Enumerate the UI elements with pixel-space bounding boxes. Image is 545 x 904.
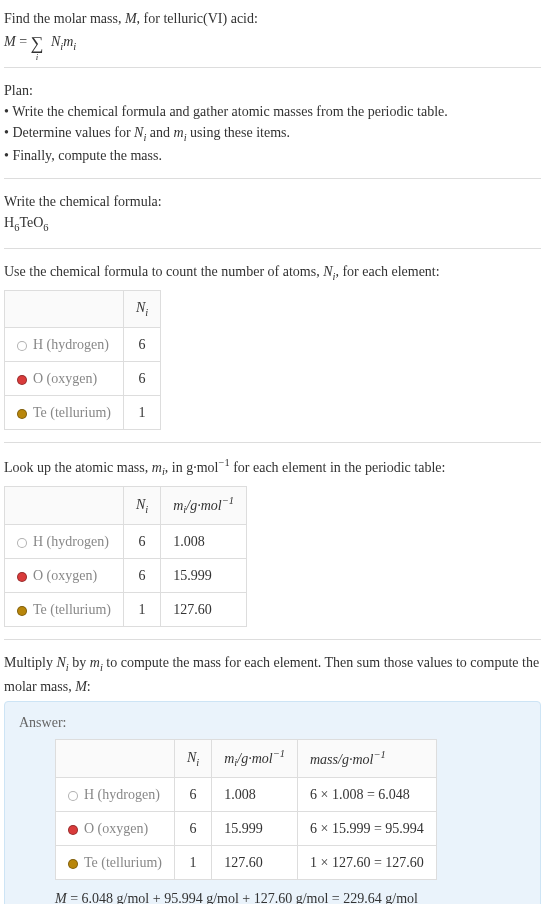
count-cell: 6 bbox=[123, 559, 160, 593]
header-mass-exp: −1 bbox=[373, 749, 385, 760]
lookup-intro-mid: , in g·mol bbox=[165, 459, 219, 474]
table-row: O (oxygen) 6 bbox=[5, 361, 161, 395]
computed-mass-cell: 1 × 127.60 = 127.60 bbox=[297, 845, 436, 879]
element-cell: Te (tellurium) bbox=[56, 845, 175, 879]
answer-box: Answer: Ni mi/g·mol−1 mass/g·mol−1 H (hy… bbox=[4, 701, 541, 904]
equation-molar-mass: M = ∑i Nimi bbox=[4, 31, 541, 55]
divider bbox=[4, 442, 541, 443]
divider bbox=[4, 67, 541, 68]
compute-mid: by bbox=[69, 655, 90, 670]
sigma-index: i bbox=[36, 53, 39, 62]
count-N: N bbox=[323, 264, 332, 279]
lookup-m: m bbox=[152, 459, 162, 474]
table-header-empty bbox=[5, 291, 124, 328]
element-cell: O (oxygen) bbox=[5, 361, 124, 395]
element-cell: Te (tellurium) bbox=[5, 395, 124, 429]
chemical-formula-value: H6TeO6 bbox=[4, 212, 541, 236]
formula-O-count: 6 bbox=[43, 222, 48, 233]
count-cell: 1 bbox=[174, 845, 211, 879]
term-m-sub: i bbox=[73, 41, 76, 52]
element-cell: H (hydrogen) bbox=[5, 327, 124, 361]
plan-item-1: • Write the chemical formula and gather … bbox=[4, 101, 541, 122]
element-label: O (oxygen) bbox=[84, 821, 148, 836]
plan-item-2-post: using these items. bbox=[187, 125, 290, 140]
compute-pre: Multiply bbox=[4, 655, 57, 670]
header-N-sub: i bbox=[145, 504, 148, 515]
table-row: Te (tellurium) 1 127.60 bbox=[5, 593, 247, 627]
table-header-row: Ni mi/g·mol−1 bbox=[5, 486, 247, 524]
lookup-mass-section: Look up the atomic mass, mi, in g·mol−1 … bbox=[4, 455, 541, 627]
answer-content: Ni mi/g·mol−1 mass/g·mol−1 H (hydrogen) … bbox=[55, 739, 526, 904]
table-row: Te (tellurium) 1 127.60 1 × 127.60 = 127… bbox=[56, 845, 437, 879]
table-header-mass: mass/g·mol−1 bbox=[297, 739, 436, 777]
mass-cell: 1.008 bbox=[212, 777, 298, 811]
tellurium-dot-icon bbox=[68, 859, 78, 869]
divider bbox=[4, 639, 541, 640]
question-text-post: , for telluric(VI) acid: bbox=[137, 11, 258, 26]
header-mass: mass/g·mol bbox=[310, 752, 373, 767]
summation-symbol: ∑i bbox=[31, 34, 44, 52]
plan-item-2-mid: and bbox=[146, 125, 173, 140]
element-cell: O (oxygen) bbox=[56, 811, 175, 845]
element-label: H (hydrogen) bbox=[84, 787, 160, 802]
table-row: H (hydrogen) 6 1.008 6 × 1.008 = 6.048 bbox=[56, 777, 437, 811]
mass-cell: 127.60 bbox=[212, 845, 298, 879]
answer-label: Answer: bbox=[19, 712, 526, 733]
plan-title: Plan: bbox=[4, 80, 541, 101]
header-N-sub: i bbox=[196, 756, 199, 767]
count-cell: 6 bbox=[123, 361, 160, 395]
compute-section: Multiply Ni by mi to compute the mass fo… bbox=[4, 652, 541, 904]
header-N: N bbox=[136, 300, 145, 315]
header-m: m bbox=[173, 498, 183, 513]
divider bbox=[4, 178, 541, 179]
formula-Te: Te bbox=[19, 215, 33, 230]
count-cell: 1 bbox=[123, 395, 160, 429]
equation-equals: = bbox=[16, 34, 31, 49]
chemical-formula-title: Write the chemical formula: bbox=[4, 191, 541, 212]
formula-O: O bbox=[33, 215, 43, 230]
count-atoms-section: Use the chemical formula to count the nu… bbox=[4, 261, 541, 430]
plan-item-2: • Determine values for Ni and mi using t… bbox=[4, 122, 541, 146]
tellurium-dot-icon bbox=[17, 606, 27, 616]
count-cell: 6 bbox=[174, 811, 211, 845]
term-m: m bbox=[63, 34, 73, 49]
lookup-intro: Look up the atomic mass, mi, in g·mol−1 … bbox=[4, 455, 541, 480]
table-header-m: mi/g·mol−1 bbox=[212, 739, 298, 777]
header-N: N bbox=[187, 750, 196, 765]
oxygen-dot-icon bbox=[17, 375, 27, 385]
tellurium-dot-icon bbox=[17, 409, 27, 419]
table-row: O (oxygen) 6 15.999 bbox=[5, 559, 247, 593]
oxygen-dot-icon bbox=[68, 825, 78, 835]
oxygen-dot-icon bbox=[17, 572, 27, 582]
formula-H: H bbox=[4, 215, 14, 230]
table-row: O (oxygen) 6 15.999 6 × 15.999 = 95.994 bbox=[56, 811, 437, 845]
table-row: Te (tellurium) 1 bbox=[5, 395, 161, 429]
table-header-empty bbox=[5, 486, 124, 524]
count-cell: 6 bbox=[174, 777, 211, 811]
element-label: Te (tellurium) bbox=[84, 855, 162, 870]
compute-M: M bbox=[75, 679, 87, 694]
table-header-N: Ni bbox=[174, 739, 211, 777]
final-eq-text: = 6.048 g/mol + 95.994 g/mol + 127.60 g/… bbox=[67, 891, 418, 904]
count-intro-post: , for each element: bbox=[335, 264, 439, 279]
header-m: m bbox=[224, 750, 234, 765]
computed-mass-cell: 6 × 15.999 = 95.994 bbox=[297, 811, 436, 845]
header-unit-exp: −1 bbox=[273, 748, 285, 759]
element-cell: H (hydrogen) bbox=[5, 525, 124, 559]
compute-N: N bbox=[57, 655, 66, 670]
hydrogen-dot-icon bbox=[17, 341, 27, 351]
final-equation: M = 6.048 g/mol + 95.994 g/mol + 127.60 … bbox=[55, 888, 526, 904]
header-unit: /g·mol bbox=[186, 498, 221, 513]
answer-table: Ni mi/g·mol−1 mass/g·mol−1 H (hydrogen) … bbox=[55, 739, 437, 880]
plan-section: Plan: • Write the chemical formula and g… bbox=[4, 80, 541, 167]
compute-colon: : bbox=[87, 679, 91, 694]
header-N: N bbox=[136, 497, 145, 512]
mass-cell: 1.008 bbox=[161, 525, 247, 559]
hydrogen-dot-icon bbox=[68, 791, 78, 801]
lookup-exp: −1 bbox=[218, 457, 229, 468]
lookup-table: Ni mi/g·mol−1 H (hydrogen) 6 1.008 O (ox… bbox=[4, 486, 247, 627]
element-cell: O (oxygen) bbox=[5, 559, 124, 593]
table-row: H (hydrogen) 6 1.008 bbox=[5, 525, 247, 559]
count-cell: 6 bbox=[123, 525, 160, 559]
compute-intro: Multiply Ni by mi to compute the mass fo… bbox=[4, 652, 541, 697]
